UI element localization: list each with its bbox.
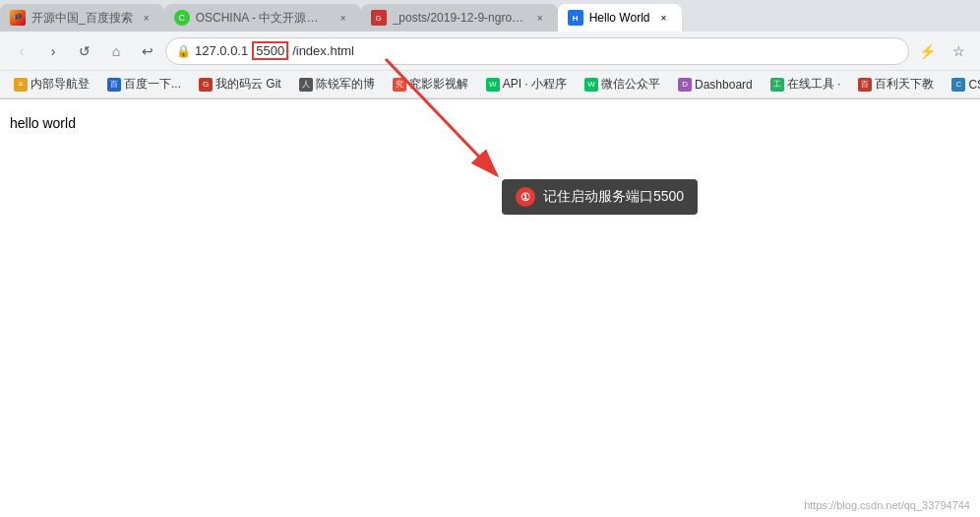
bookmark-blog-label: 陈锐军的博 — [316, 76, 375, 93]
bookmark-gitee-label: 我的码云 Git — [215, 76, 281, 93]
bookmark-blog-icon: 人 — [299, 78, 313, 92]
watermark: https://blog.csdn.net/qq_33794744 — [804, 499, 970, 511]
bookmark-edu-label: 百利天下教 — [875, 76, 934, 93]
annotation-tooltip-text: 记住启动服务端口5500 — [543, 188, 684, 206]
bookmark-dashboard-label: Dashboard — [695, 78, 753, 92]
tab-1-favicon: 🏴 — [10, 10, 26, 26]
bookmark-baidu-icon: 百 — [107, 78, 121, 92]
bookmark-gitee-icon: G — [199, 78, 213, 92]
tab-4-close[interactable]: × — [656, 10, 672, 26]
bookmark-dashboard-icon: D — [678, 78, 692, 92]
bookmark-navig-label: 内部导航登 — [31, 76, 90, 93]
bookmark-css-icon: C — [951, 78, 965, 92]
address-suffix: /index.html — [292, 43, 354, 58]
bookmark-edu-icon: 百 — [858, 78, 872, 92]
hello-world-text: hello world — [10, 115, 76, 131]
watermark-text: https://blog.csdn.net/qq_33794744 — [804, 499, 970, 511]
annotation-tooltip: ① 记住启动服务端口5500 — [502, 179, 698, 215]
tab-4-favicon: H — [568, 10, 583, 26]
tab-3-label: _posts/2019-12-9-ngrok.md — [393, 11, 526, 25]
page-content: hello world — [0, 99, 980, 147]
bookmark-navig-icon: ≡ — [14, 78, 28, 92]
bookmark-dashboard[interactable]: D Dashboard — [672, 76, 759, 94]
refresh-button[interactable]: ↺ — [71, 37, 98, 65]
tab-2[interactable]: C OSCHINA - 中文开源技术交流... × — [164, 4, 361, 32]
history-button[interactable]: ↩ — [134, 37, 161, 65]
bookmark-css-label: CSS — [968, 78, 980, 92]
bookmark-tools[interactable]: 工 在线工具 · — [765, 74, 847, 95]
lock-icon: 🔒 — [176, 44, 191, 58]
annotation-badge: ① — [516, 187, 535, 207]
star-button[interactable]: ☆ — [945, 37, 972, 65]
tab-2-favicon: C — [174, 10, 190, 26]
bookmark-movie-label: 究影影视解 — [409, 76, 468, 93]
home-button[interactable]: ⌂ — [102, 37, 130, 65]
lightning-button[interactable]: ⚡ — [913, 37, 941, 65]
tab-2-label: OSCHINA - 中文开源技术交流... — [196, 10, 330, 27]
bookmark-navig[interactable]: ≡ 内部导航登 — [8, 74, 95, 95]
bookmarks-bar: ≡ 内部导航登 百 百度一下... G 我的码云 Git 人 陈锐军的博 究 究… — [0, 71, 980, 98]
tab-1[interactable]: 🏴 开源中国_百度搜索 × — [0, 4, 164, 32]
tab-1-close[interactable]: × — [139, 10, 154, 26]
bookmark-baidu[interactable]: 百 百度一下... — [101, 74, 187, 95]
bookmark-baidu-label: 百度一下... — [124, 76, 181, 93]
tab-2-close[interactable]: × — [336, 10, 351, 26]
bookmark-wechat-icon: W — [584, 78, 598, 92]
bookmark-blog[interactable]: 人 陈锐军的博 — [293, 74, 381, 95]
browser-chrome: 🏴 开源中国_百度搜索 × C OSCHINA - 中文开源技术交流... × … — [0, 0, 980, 99]
bookmark-gitee[interactable]: G 我的码云 Git — [193, 74, 287, 95]
tab-4-label: Hello World — [589, 11, 650, 25]
bookmark-api[interactable]: W API · 小程序 — [480, 74, 573, 95]
tab-1-label: 开源中国_百度搜索 — [31, 10, 133, 27]
bookmark-movie-icon: 究 — [393, 78, 406, 92]
bookmark-api-label: API · 小程序 — [503, 76, 567, 93]
bookmark-tools-label: 在线工具 · — [787, 76, 841, 93]
tab-3-close[interactable]: × — [532, 10, 548, 26]
tab-bar: 🏴 开源中国_百度搜索 × C OSCHINA - 中文开源技术交流... × … — [0, 0, 980, 32]
bookmark-api-icon: W — [486, 78, 500, 92]
tab-3-favicon: G — [371, 10, 387, 26]
back-button[interactable]: ‹ — [8, 37, 35, 65]
nav-bar: ‹ › ↺ ⌂ ↩ 🔒 127.0.0.15500/index.html ⚡ ☆ — [0, 32, 980, 71]
address-prefix: 127.0.0.1 — [195, 43, 248, 58]
bookmark-tools-icon: 工 — [770, 78, 784, 92]
bookmark-edu[interactable]: 百 百利天下教 — [852, 74, 940, 95]
address-bar[interactable]: 🔒 127.0.0.15500/index.html — [165, 37, 909, 65]
nav-right: ⚡ ☆ — [913, 37, 972, 65]
bookmark-movie[interactable]: 究 究影影视解 — [387, 74, 474, 95]
forward-button[interactable]: › — [39, 37, 67, 65]
tab-4[interactable]: H Hello World × — [558, 4, 682, 32]
bookmark-css[interactable]: C CSS — [946, 76, 980, 94]
bookmark-wechat[interactable]: W 微信公众平 — [579, 74, 666, 95]
address-port: 5500 — [252, 41, 288, 60]
tab-3[interactable]: G _posts/2019-12-9-ngrok.md × — [361, 4, 558, 32]
bookmark-wechat-label: 微信公众平 — [601, 76, 660, 93]
